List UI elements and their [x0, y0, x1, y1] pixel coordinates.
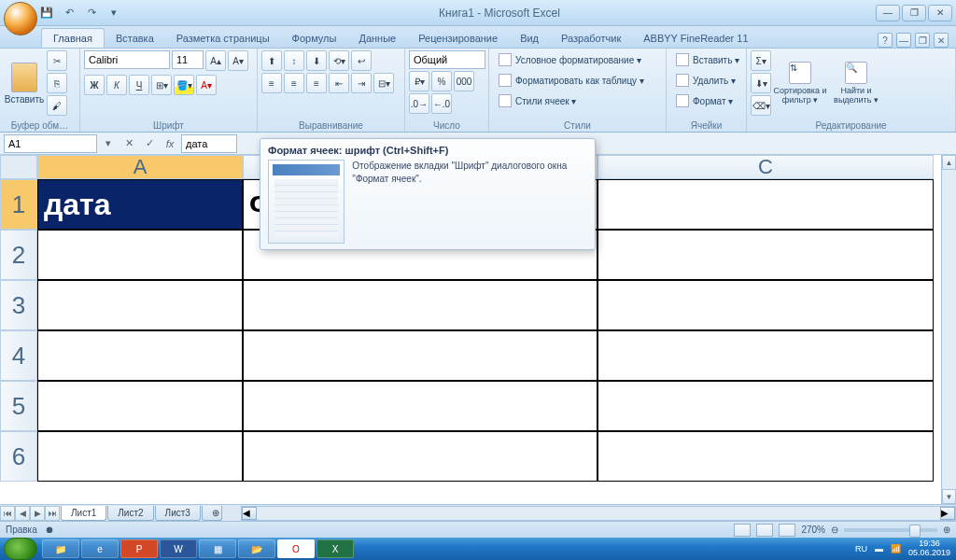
cancel-formula-button[interactable]: ✕ [120, 134, 138, 153]
scroll-track[interactable] [942, 170, 956, 489]
row-header-6[interactable]: 6 [0, 431, 37, 482]
cell-c1[interactable] [598, 179, 934, 230]
formula-input[interactable] [181, 134, 237, 153]
increase-decimal-button[interactable]: .0→ [409, 93, 429, 114]
paste-button[interactable]: Вставить [4, 50, 45, 116]
cell-b5[interactable] [243, 381, 598, 431]
cell-c6[interactable] [598, 431, 934, 482]
row-header-1[interactable]: 1 [0, 179, 37, 230]
view-page-layout-button[interactable] [756, 524, 773, 537]
taskbar-powerpoint[interactable]: P [120, 539, 158, 558]
cell-c2[interactable] [598, 230, 934, 280]
office-button[interactable] [4, 2, 37, 35]
cell-a1[interactable]: дата [37, 179, 243, 230]
cell-c3[interactable] [598, 280, 934, 330]
tray-clock[interactable]: 19:36 05.06.2019 [908, 539, 950, 558]
horizontal-scrollbar[interactable]: ◀ ▶ [241, 506, 956, 521]
conditional-formatting-button[interactable]: Условное форматирование ▾ [493, 50, 647, 69]
cell-a4[interactable] [37, 330, 243, 381]
row-header-2[interactable]: 2 [0, 230, 37, 280]
ribbon-close[interactable]: ✕ [934, 33, 949, 48]
sheet-nav-last[interactable]: ⏭ [45, 506, 60, 521]
align-top-button[interactable]: ⬆ [261, 50, 282, 71]
comma-button[interactable]: 000 [454, 71, 474, 91]
tab-review[interactable]: Рецензирование [407, 29, 509, 48]
align-bottom-button[interactable]: ⬇ [306, 50, 327, 71]
align-left-button[interactable]: ≡ [261, 73, 282, 93]
name-box-dropdown[interactable]: ▾ [99, 134, 118, 153]
copy-button[interactable]: ⎘ [47, 73, 67, 93]
taskbar-excel[interactable]: X [316, 539, 354, 558]
sort-filter-button[interactable]: ⇅ Сортировка и фильтр ▾ [773, 50, 827, 116]
insert-function-button[interactable]: fx [161, 134, 179, 153]
tab-view[interactable]: Вид [509, 29, 550, 48]
cell-c5[interactable] [598, 381, 934, 431]
zoom-level[interactable]: 270% [801, 525, 825, 535]
qat-customize[interactable]: ▾ [105, 4, 123, 22]
tab-insert[interactable]: Вставка [105, 29, 165, 48]
insert-cells-button[interactable]: Вставить ▾ [670, 50, 745, 69]
cell-a6[interactable] [37, 431, 243, 482]
cell-b4[interactable] [243, 330, 598, 381]
fill-color-button[interactable]: 🪣▾ [174, 75, 194, 95]
tab-abbyy[interactable]: ABBYY FineReader 11 [632, 29, 759, 48]
taskbar-folder[interactable]: 📂 [238, 539, 275, 558]
wrap-text-button[interactable]: ↩ [351, 50, 372, 71]
autosum-button[interactable]: Σ▾ [751, 50, 771, 71]
scroll-down-icon[interactable]: ▼ [942, 489, 956, 504]
taskbar-word[interactable]: W [160, 539, 197, 558]
scroll-up-icon[interactable]: ▲ [942, 155, 956, 170]
qat-redo[interactable]: ↷ [82, 4, 101, 22]
maximize-button[interactable]: ❐ [902, 5, 926, 21]
orientation-button[interactable]: ⟲▾ [329, 50, 349, 71]
sheet-nav-first[interactable]: ⏮ [0, 506, 15, 521]
cell-styles-button[interactable]: Стили ячеек ▾ [493, 91, 583, 110]
font-name-select[interactable] [84, 50, 170, 69]
col-header-a[interactable]: A [37, 155, 243, 179]
hscroll-left[interactable]: ◀ [242, 507, 257, 520]
col-header-c[interactable]: C [598, 155, 934, 179]
row-header-4[interactable]: 4 [0, 330, 37, 381]
align-right-button[interactable]: ≡ [306, 73, 327, 93]
select-all-corner[interactable] [0, 155, 37, 179]
fill-button[interactable]: ⬇▾ [751, 73, 771, 93]
tray-network-icon[interactable]: 📶 [891, 544, 901, 553]
find-select-button[interactable]: 🔍 Найти и выделить ▾ [829, 50, 883, 116]
delete-cells-button[interactable]: Удалить ▾ [670, 71, 741, 90]
font-color-button[interactable]: A▾ [196, 75, 217, 95]
cell-b6[interactable] [243, 431, 598, 482]
hscroll-right[interactable]: ▶ [940, 507, 955, 520]
sheet-tab-1[interactable]: Лист1 [61, 506, 106, 521]
qat-undo[interactable]: ↶ [60, 4, 78, 22]
taskbar-app1[interactable]: ▦ [199, 539, 236, 558]
border-button[interactable]: ⊞▾ [151, 75, 172, 95]
sheet-tab-3[interactable]: Лист3 [155, 506, 201, 521]
ribbon-minimize[interactable]: — [896, 33, 911, 48]
align-center-button[interactable]: ≡ [284, 73, 304, 93]
sheet-tab-2[interactable]: Лист2 [107, 506, 153, 521]
name-box[interactable]: A1 [4, 134, 97, 153]
help-icon[interactable]: ? [878, 33, 893, 48]
enter-formula-button[interactable]: ✓ [140, 134, 159, 153]
tab-page-layout[interactable]: Разметка страницы [165, 29, 281, 48]
taskbar-ie[interactable]: e [81, 539, 119, 558]
cell-a5[interactable] [37, 381, 243, 431]
align-middle-button[interactable]: ↕ [284, 50, 304, 71]
cell-a2[interactable] [37, 230, 243, 280]
cell-c4[interactable] [598, 330, 934, 381]
underline-button[interactable]: Ч [129, 75, 149, 95]
bold-button[interactable]: Ж [84, 75, 105, 95]
decrease-decimal-button[interactable]: ←.0 [431, 93, 452, 114]
increase-font-button[interactable]: A▴ [205, 50, 226, 71]
row-header-5[interactable]: 5 [0, 381, 37, 431]
minimize-button[interactable]: — [876, 5, 900, 21]
sheet-nav-prev[interactable]: ◀ [15, 506, 30, 521]
ribbon-restore[interactable]: ❐ [915, 33, 930, 48]
decrease-font-button[interactable]: A▾ [228, 50, 248, 71]
tab-data[interactable]: Данные [347, 29, 407, 48]
macro-record-icon[interactable]: ⏺ [45, 525, 54, 535]
tray-flag-icon[interactable]: ▬ [875, 544, 883, 553]
qat-save[interactable]: 💾 [37, 4, 56, 22]
view-normal-button[interactable] [734, 524, 751, 537]
sheet-tab-new[interactable]: ⊕ [202, 506, 222, 521]
